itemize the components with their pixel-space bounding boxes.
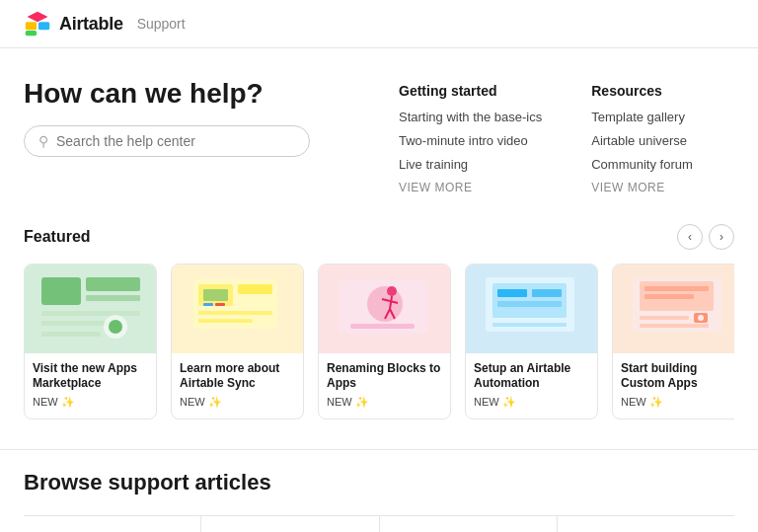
search-box[interactable]: ⚲: [24, 125, 310, 157]
resources-heading: Resources: [591, 83, 693, 99]
svg-point-23: [387, 286, 397, 296]
logo-icon: [24, 10, 51, 38]
svg-rect-4: [41, 277, 81, 305]
svg-rect-41: [644, 302, 679, 306]
gs-link-1[interactable]: Starting with the base-ics: [399, 109, 542, 126]
hero-left: How can we help? ⚲: [24, 78, 359, 194]
card-badge-3: NEW ✨: [474, 396, 589, 409]
svg-rect-45: [640, 324, 709, 328]
svg-rect-20: [215, 303, 225, 306]
resources-col: Resources Template gallery Airtable univ…: [591, 83, 693, 194]
featured-cards-row: Visit the new Apps Marketplace NEW ✨: [24, 264, 734, 419]
card-title-1: Learn more about Airtable Sync: [180, 361, 295, 392]
svg-rect-36: [493, 323, 567, 327]
gs-view-more[interactable]: VIEW MORE: [399, 181, 542, 194]
svg-rect-32: [497, 289, 527, 297]
featured-card-3[interactable]: Setup an Airtable Automation NEW ✨: [465, 264, 598, 419]
svg-rect-19: [203, 303, 213, 306]
svg-rect-5: [86, 277, 140, 291]
svg-rect-6: [86, 295, 140, 301]
browse-col-3: Records Account settings: [558, 516, 734, 532]
browse-section: Browse support articles Getting started …: [0, 449, 758, 532]
svg-rect-35: [497, 311, 542, 315]
svg-rect-14: [238, 284, 272, 294]
svg-rect-11: [41, 332, 101, 337]
card-badge-2: NEW ✨: [327, 396, 442, 409]
svg-rect-33: [532, 289, 562, 297]
svg-rect-8: [41, 321, 111, 326]
featured-heading: Featured: [24, 228, 91, 246]
svg-point-43: [698, 315, 704, 321]
res-link-2[interactable]: Airtable universe: [591, 132, 693, 150]
getting-started-heading: Getting started: [399, 83, 542, 99]
carousel-nav: ‹ ›: [677, 224, 734, 250]
card-img-3: [466, 265, 597, 353]
hero-title: How can we help?: [24, 78, 359, 110]
card-badge-4: NEW ✨: [621, 396, 734, 409]
hero-section: How can we help? ⚲ Getting started Start…: [0, 48, 758, 214]
card-img-4: [613, 265, 734, 353]
res-view-more[interactable]: VIEW MORE: [591, 181, 693, 194]
getting-started-col: Getting started Starting with the base-i…: [399, 83, 542, 194]
card-title-3: Setup an Airtable Automation: [474, 361, 589, 392]
search-input[interactable]: [56, 133, 295, 149]
logo[interactable]: Airtable Support: [24, 10, 186, 38]
card-body-2: Renaming Blocks to Apps NEW ✨: [319, 353, 450, 418]
sparkle-icon-3: ✨: [502, 396, 516, 409]
sparkle-icon-0: ✨: [61, 396, 75, 409]
svg-rect-29: [350, 324, 415, 329]
featured-card-4[interactable]: Start building Custom Apps NEW ✨: [612, 264, 734, 419]
card-badge-1: NEW ✨: [180, 396, 295, 409]
support-label: Support: [137, 16, 186, 32]
svg-rect-0: [26, 22, 37, 30]
featured-header: Featured ‹ ›: [24, 224, 734, 250]
browse-col-2: Collaboration Workspace collaborators: [380, 516, 558, 532]
svg-rect-3: [26, 31, 37, 36]
card-title-2: Renaming Blocks to Apps: [327, 361, 442, 392]
card-body-4: Start building Custom Apps NEW ✨: [613, 353, 734, 418]
sparkle-icon-4: ✨: [649, 396, 663, 409]
header: Airtable Support: [0, 0, 758, 48]
featured-card-0[interactable]: Visit the new Apps Marketplace NEW ✨: [24, 264, 157, 419]
hero-right: Getting started Starting with the base-i…: [399, 78, 693, 194]
svg-rect-40: [644, 294, 694, 299]
featured-card-2[interactable]: Renaming Blocks to Apps NEW ✨: [318, 264, 451, 419]
sparkle-icon-1: ✨: [208, 396, 222, 409]
card-img-2: [319, 265, 450, 353]
browse-col-0: Getting started Bases & templates: [24, 516, 201, 532]
svg-marker-2: [28, 12, 48, 23]
svg-rect-17: [198, 319, 253, 323]
browse-grid: Getting started Bases & templates Worksp…: [24, 515, 734, 532]
res-link-3[interactable]: Community forum: [591, 156, 693, 174]
card-body-0: Visit the new Apps Marketplace NEW ✨: [25, 353, 156, 418]
card-img-1: [172, 265, 303, 353]
gs-link-2[interactable]: Two-minute intro video: [399, 132, 542, 150]
svg-rect-15: [238, 298, 272, 304]
svg-point-10: [109, 320, 122, 334]
svg-rect-34: [497, 301, 562, 307]
svg-rect-1: [38, 22, 49, 30]
carousel-next-button[interactable]: ›: [709, 224, 734, 250]
card-body-3: Setup an Airtable Automation NEW ✨: [466, 353, 597, 418]
svg-rect-39: [644, 286, 709, 291]
gs-link-3[interactable]: Live training: [399, 156, 542, 174]
card-img-0: [25, 265, 156, 353]
featured-card-1[interactable]: Learn more about Airtable Sync NEW ✨: [171, 264, 304, 419]
logo-wordmark: Airtable: [59, 14, 123, 35]
card-title-0: Visit the new Apps Marketplace: [33, 361, 148, 392]
sparkle-icon-2: ✨: [355, 396, 369, 409]
card-body-1: Learn more about Airtable Sync NEW ✨: [172, 353, 303, 418]
card-title-4: Start building Custom Apps: [621, 361, 734, 392]
card-badge-0: NEW ✨: [33, 396, 148, 409]
res-link-1[interactable]: Template gallery: [591, 109, 693, 126]
search-icon: ⚲: [38, 133, 48, 149]
browse-col-1: Workspaces and bases Intro to Airtable b…: [201, 516, 379, 532]
browse-heading: Browse support articles: [24, 470, 734, 495]
svg-rect-44: [640, 316, 689, 320]
carousel-prev-button[interactable]: ‹: [677, 224, 703, 250]
svg-rect-18: [203, 289, 228, 301]
svg-rect-16: [198, 311, 272, 315]
svg-point-22: [367, 286, 403, 322]
featured-section: Featured ‹ › Visit the ne: [0, 214, 758, 439]
svg-rect-7: [41, 311, 140, 316]
